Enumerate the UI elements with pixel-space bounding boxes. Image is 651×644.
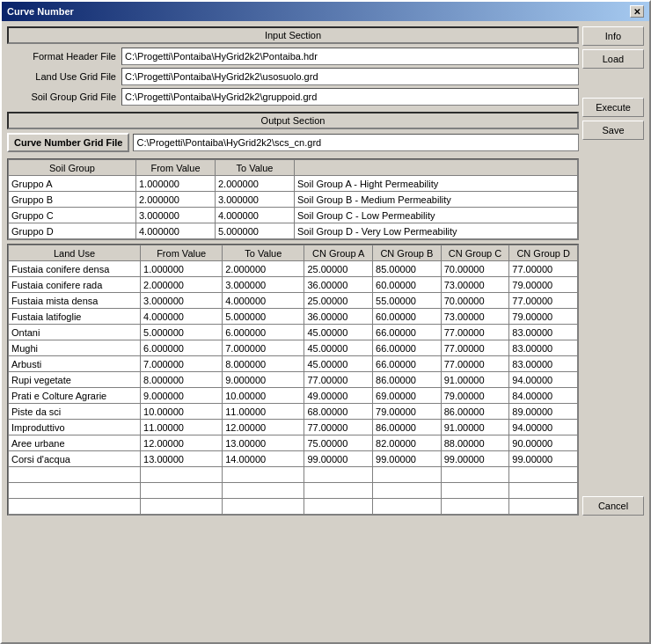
soil-group-row: Soil Group Grid File: [7, 88, 579, 106]
lu-cnd: 94.00000: [509, 420, 578, 435]
lu-cnd: 83.00000: [509, 356, 578, 372]
lu-name: Rupi vegetate: [9, 372, 141, 388]
sg-desc: Soil Group B - Medium Permeability: [295, 192, 578, 208]
sg-name: Gruppo C: [9, 208, 136, 223]
soil-group-label: Soil Group Grid File: [7, 91, 121, 102]
lu-cnd: 99.00000: [509, 451, 578, 467]
lu-from: 11.00000: [141, 420, 223, 435]
land-use-empty-row: [9, 483, 578, 499]
land-use-header-row: Land Use From Value To Value CN Group A …: [9, 245, 578, 261]
land-use-row: Improduttivo 11.00000 12.00000 77.00000 …: [9, 420, 578, 435]
col-soil-group: Soil Group: [9, 160, 136, 176]
soil-group-row: Gruppo A 1.000000 2.000000 Soil Group A …: [9, 176, 578, 192]
lu-cnb: 69.00000: [373, 388, 442, 404]
lu-from: 1.000000: [141, 261, 223, 277]
col-from-value-lu: From Value: [141, 245, 223, 261]
lu-cnc: 86.00000: [441, 404, 509, 420]
col-to-value-sg: To Value: [216, 160, 295, 176]
format-header-label: Format Header File: [7, 51, 121, 62]
lu-from: 7.000000: [141, 356, 223, 372]
lu-cna: 77.00000: [304, 372, 373, 388]
sg-desc: Soil Group D - Very Low Permeability: [295, 223, 578, 239]
soil-group-header-row: Soil Group From Value To Value: [9, 160, 578, 176]
lu-from: 8.000000: [141, 372, 223, 388]
sg-name: Gruppo A: [9, 176, 136, 192]
lu-name: Arbusti: [9, 356, 141, 372]
close-button[interactable]: ✕: [630, 5, 644, 18]
land-use-row: Fustaia mista densa 3.000000 4.000000 25…: [9, 293, 578, 309]
lu-to: 9.000000: [223, 372, 304, 388]
save-button[interactable]: Save: [582, 121, 644, 140]
title-bar: Curve Number ✕: [2, 2, 649, 21]
lu-cnd: 90.00000: [509, 435, 578, 451]
lu-name: Fustaia latifoglie: [9, 309, 141, 325]
load-button[interactable]: Load: [582, 49, 644, 69]
execute-button[interactable]: Execute: [582, 98, 644, 117]
land-use-label: Land Use Grid File: [7, 71, 121, 82]
lu-cnb: 60.00000: [373, 277, 442, 293]
lu-name: Ontani: [9, 325, 141, 340]
lu-cnc: 77.00000: [441, 356, 509, 372]
lu-cna: 25.00000: [304, 293, 373, 309]
lu-name: Aree urbane: [9, 435, 141, 451]
lu-cnc: 91.00000: [441, 420, 509, 435]
lu-to: 7.000000: [223, 340, 304, 356]
lu-cnd: 83.00000: [509, 340, 578, 356]
lu-to: 5.000000: [223, 309, 304, 325]
lu-from: 13.00000: [141, 451, 223, 467]
col-cn-c: CN Group C: [441, 245, 509, 261]
format-header-input[interactable]: [121, 48, 579, 65]
curve-number-output-input[interactable]: [133, 134, 579, 151]
lu-from: 12.00000: [141, 435, 223, 451]
window-title: Curve Number: [7, 6, 74, 17]
lu-to: 6.000000: [223, 325, 304, 340]
lu-to: 3.000000: [223, 277, 304, 293]
side-panel: Info Load Execute Save Cancel: [582, 26, 644, 516]
land-use-empty-row: [9, 467, 578, 483]
output-section-label: Output Section: [7, 112, 579, 129]
sg-to: 2.000000: [216, 176, 295, 192]
lu-cna: 45.00000: [304, 325, 373, 340]
lu-cnb: 86.00000: [373, 372, 442, 388]
land-use-row: Arbusti 7.000000 8.000000 45.00000 66.00…: [9, 356, 578, 372]
land-use-table: Land Use From Value To Value CN Group A …: [8, 245, 578, 515]
col-cn-b: CN Group B: [373, 245, 442, 261]
lu-cnd: 84.00000: [509, 388, 578, 404]
land-use-row: Piste da sci 10.00000 11.00000 68.00000 …: [9, 404, 578, 420]
soil-group-grid: Soil Group From Value To Value Gruppo A …: [7, 158, 579, 240]
land-use-row: Fustaia conifere rada 2.000000 3.000000 …: [9, 277, 578, 293]
lu-cna: 75.00000: [304, 435, 373, 451]
lu-cna: 77.00000: [304, 420, 373, 435]
lu-cnc: 73.00000: [441, 309, 509, 325]
info-button[interactable]: Info: [582, 26, 644, 46]
lu-cnc: 70.00000: [441, 261, 509, 277]
lu-cna: 49.00000: [304, 388, 373, 404]
lu-cnd: 77.00000: [509, 293, 578, 309]
lu-from: 6.000000: [141, 340, 223, 356]
curve-number-grid-file-button[interactable]: Curve Number Grid File: [7, 133, 129, 152]
lu-to: 12.00000: [223, 420, 304, 435]
input-fields: Format Header File Land Use Grid File So…: [7, 48, 579, 108]
col-cn-d: CN Group D: [509, 245, 578, 261]
sg-from: 1.000000: [136, 176, 216, 192]
land-use-input[interactable]: [121, 68, 579, 85]
lu-from: 2.000000: [141, 277, 223, 293]
lu-cnd: 94.00000: [509, 372, 578, 388]
lu-name: Fustaia conifere densa: [9, 261, 141, 277]
lu-name: Fustaia conifere rada: [9, 277, 141, 293]
sg-from: 4.000000: [136, 223, 216, 239]
cancel-button[interactable]: Cancel: [582, 496, 644, 516]
lu-to: 14.00000: [223, 451, 304, 467]
lu-to: 2.000000: [223, 261, 304, 277]
soil-group-input[interactable]: [121, 88, 579, 106]
lu-cna: 99.00000: [304, 451, 373, 467]
lu-cnd: 77.00000: [509, 261, 578, 277]
lu-to: 10.00000: [223, 388, 304, 404]
land-use-row: Aree urbane 12.00000 13.00000 75.00000 8…: [9, 435, 578, 451]
lu-cnc: 77.00000: [441, 340, 509, 356]
sg-to: 3.000000: [216, 192, 295, 208]
lu-name: Piste da sci: [9, 404, 141, 420]
lu-to: 4.000000: [223, 293, 304, 309]
lu-from: 3.000000: [141, 293, 223, 309]
main-panel: Input Section Format Header File Land Us…: [7, 26, 579, 516]
